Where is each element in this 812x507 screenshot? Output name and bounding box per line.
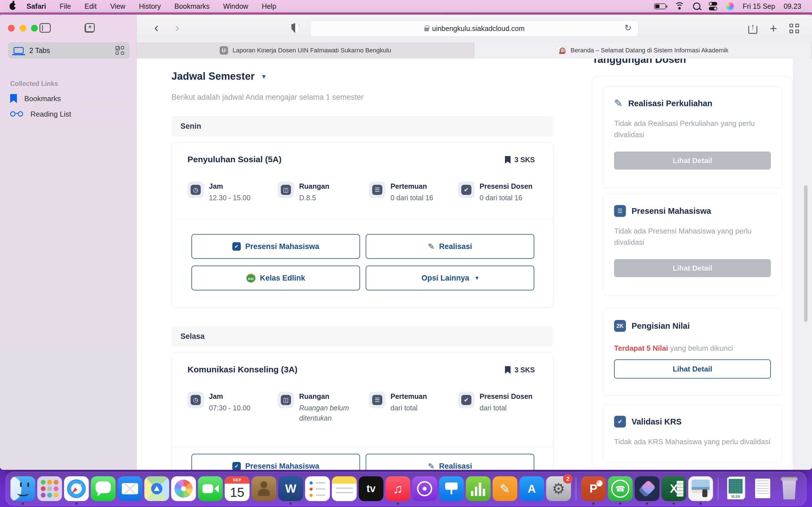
dock-numbers-icon[interactable]	[466, 476, 491, 501]
dock-contacts-icon[interactable]	[252, 476, 276, 501]
browser-toolbar: ‹ › uinbengkulu.siakadcloud.com ↻ +	[137, 15, 812, 42]
dock-photos-icon[interactable]	[171, 476, 196, 501]
opsi-lainnya-button[interactable]: Opsi Lainnya ▾	[366, 266, 534, 290]
tab-overview-icon[interactable]	[116, 46, 124, 55]
screen: Safari File Edit View History Bookmarks …	[0, 0, 812, 507]
wifi-icon[interactable]	[674, 2, 684, 10]
page-scrollbar[interactable]	[804, 185, 808, 322]
siri-icon[interactable]	[726, 2, 734, 10]
lihat-detail-button-disabled[interactable]: Lihat Detail	[614, 152, 771, 170]
new-tab-group-icon[interactable]	[85, 23, 95, 33]
menu-view[interactable]: View	[103, 0, 132, 12]
lihat-detail-button-disabled[interactable]: Lihat Detail	[614, 259, 771, 277]
toggle-sidebar-icon[interactable]	[40, 23, 51, 33]
privacy-shield-icon[interactable]	[291, 23, 299, 33]
clipboard-check-icon: ✔	[232, 462, 241, 470]
dock-photo-preview-icon[interactable]	[688, 476, 713, 501]
dock-shortcuts-icon[interactable]	[635, 476, 659, 501]
card-title: Presensi Mahasiswa	[631, 207, 711, 216]
detail-value: 0 dari total 16	[391, 193, 434, 203]
menu-help[interactable]: Help	[255, 0, 283, 12]
apple-menu-icon[interactable]	[10, 3, 16, 10]
tab-beranda-siakad[interactable]: Beranda – Selamat Datang di Sistem Infor…	[474, 42, 812, 59]
clock-icon: ◷	[188, 182, 204, 198]
address-bar[interactable]: uinbengkulu.siakadcloud.com ↻	[310, 20, 639, 37]
minimize-window-button[interactable]	[19, 25, 26, 32]
dock-trash-icon[interactable]	[777, 476, 802, 501]
dock-word-icon[interactable]: W	[278, 476, 303, 501]
lock-icon	[424, 27, 429, 31]
tab-overview-grid-icon[interactable]	[790, 24, 799, 33]
dock-safari-icon[interactable]	[64, 476, 89, 501]
dock: SEP15Wtv2PXXLSX	[6, 472, 806, 506]
chevron-down-icon[interactable]: ▾	[262, 72, 266, 81]
clock-icon: ◷	[188, 392, 204, 408]
menu-date[interactable]: Fri 15 Sep	[743, 2, 775, 10]
pen-icon: ✎	[614, 98, 622, 109]
dock-excel-icon[interactable]: X	[661, 476, 686, 501]
sidebar-item-reading-list[interactable]: Reading List	[10, 110, 71, 119]
menu-window[interactable]: Window	[216, 0, 255, 12]
presensi-mahasiswa-button[interactable]: ✔ Presensi Mahasiswa	[192, 454, 360, 470]
dock-apple-tv-icon[interactable]: tv	[359, 476, 384, 501]
sidebar-item-bookmarks[interactable]: Bookmarks	[10, 94, 61, 103]
control-center-icon[interactable]	[709, 2, 717, 10]
dock-finder-icon[interactable]	[10, 476, 35, 501]
running-indicator	[397, 503, 399, 505]
dock-podcasts-icon[interactable]	[412, 476, 437, 501]
close-window-button[interactable]	[8, 25, 15, 32]
card-title: Realisasi Perkuliahan	[628, 99, 712, 108]
zoom-window-button[interactable]	[31, 25, 38, 32]
kelas-edlink-button[interactable]: Kelas Edlink	[192, 266, 360, 290]
realisasi-button[interactable]: ✎ Realisasi	[366, 454, 534, 470]
menu-history[interactable]: History	[132, 0, 168, 12]
dock-notes-icon[interactable]	[332, 476, 357, 501]
dock-facetime-icon[interactable]	[198, 476, 223, 501]
dock-keynote-icon[interactable]	[439, 476, 464, 501]
menu-time[interactable]: 09.23	[783, 2, 801, 10]
menu-bookmarks[interactable]: Bookmarks	[167, 0, 216, 12]
detail-value: 07:30 - 10.00	[209, 403, 250, 413]
menu-safari[interactable]: Safari	[20, 0, 53, 12]
tab-laporan-kinerja[interactable]: U Laporan Kinerja Dosen UIN Fatmawati Su…	[137, 42, 474, 59]
running-indicator	[22, 503, 24, 505]
dock-maps-icon[interactable]	[144, 476, 169, 501]
new-tab-icon[interactable]: +	[770, 22, 777, 35]
dock-app-store-icon[interactable]	[519, 476, 544, 501]
reload-icon[interactable]: ↻	[624, 23, 631, 33]
dock-messages-icon[interactable]	[91, 476, 116, 501]
tab-title: Beranda – Selamat Datang di Sistem Infor…	[570, 47, 728, 54]
dock-music-icon[interactable]	[386, 476, 410, 501]
spotlight-icon[interactable]	[693, 3, 700, 10]
page-title-text: Jadwal Semester	[171, 70, 255, 82]
tab-group-item[interactable]: 2 Tabs	[8, 42, 130, 59]
dock-mail-icon[interactable]	[117, 476, 142, 501]
tab-title: Laporan Kinerja Dosen UIN Fatmawati Suka…	[233, 47, 391, 54]
back-button[interactable]: ‹	[154, 20, 158, 35]
share-icon[interactable]	[748, 23, 757, 34]
dock-powerpoint-icon[interactable]: P	[581, 476, 606, 501]
dock-calendar-icon[interactable]: SEP15	[225, 476, 250, 501]
dock-xlsx-document-icon[interactable]: XLSX	[723, 476, 748, 501]
dock-launchpad-icon[interactable]	[37, 476, 62, 501]
forward-button[interactable]: ›	[175, 20, 179, 35]
dock-pages-icon[interactable]	[493, 476, 517, 501]
detail-jam: ◷ Jam 07:30 - 10.00	[188, 392, 250, 413]
detail-value: 12.30 - 15.00	[209, 193, 250, 203]
realisasi-button[interactable]: ✎ Realisasi	[366, 234, 534, 259]
lihat-detail-button[interactable]: Lihat Detail	[614, 359, 771, 379]
battery-icon[interactable]	[654, 3, 666, 9]
card-description: Terdapat 5 Nilai yang belum dikunci	[614, 342, 772, 354]
running-indicator	[75, 503, 78, 505]
course-sks-badge: 3 SKS	[505, 366, 535, 374]
alert-text-rest: yang belum dikunci	[668, 344, 733, 352]
checkbox-icon: ✔	[458, 182, 474, 198]
menu-edit[interactable]: Edit	[78, 0, 103, 12]
dock-table-document-icon[interactable]	[750, 476, 775, 501]
menu-file[interactable]: File	[53, 0, 78, 12]
presensi-mahasiswa-button[interactable]: ✔ Presensi Mahasiswa	[192, 234, 360, 259]
dock-reminders-icon[interactable]	[305, 476, 330, 501]
detail-value: D.8.5	[299, 193, 329, 203]
dock-system-settings-icon[interactable]: 2	[546, 476, 571, 501]
dock-whatsapp-icon[interactable]	[608, 476, 633, 501]
